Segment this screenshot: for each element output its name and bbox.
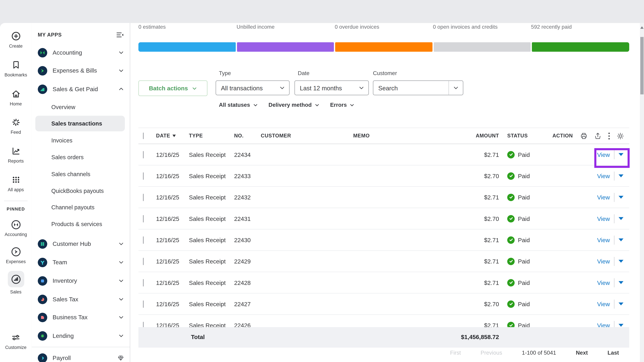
row-checkbox[interactable] bbox=[143, 258, 144, 265]
row-checkbox[interactable] bbox=[143, 151, 144, 158]
vertical-scrollbar[interactable] bbox=[640, 23, 644, 362]
view-dropdown-icon[interactable] bbox=[618, 303, 623, 305]
sidebar-item-payroll[interactable]: Payroll bbox=[32, 349, 130, 362]
table-row[interactable]: 12/16/25 Sales Receipt 22426 $2.71 Paid … bbox=[138, 315, 629, 328]
sidebar-item-accounting[interactable]: Accounting bbox=[32, 43, 130, 62]
export-icon[interactable] bbox=[594, 132, 602, 140]
row-checkbox[interactable] bbox=[143, 279, 144, 286]
pagination-last[interactable]: Last bbox=[608, 350, 619, 356]
row-checkbox[interactable] bbox=[143, 172, 144, 179]
pagination-next[interactable]: Next bbox=[576, 350, 588, 356]
sidebar-subitem-sales-orders[interactable]: Sales orders bbox=[36, 149, 125, 165]
scrollbar-thumb[interactable] bbox=[640, 37, 644, 94]
sidebar-item-sales-tax[interactable]: Sales Tax bbox=[32, 290, 130, 308]
batch-actions-button[interactable]: Batch actions bbox=[138, 80, 207, 96]
pagination-previous[interactable]: Previous bbox=[481, 350, 502, 356]
sidebar-item-lending[interactable]: Lending bbox=[32, 327, 130, 345]
rail-item-home[interactable]: Home bbox=[0, 89, 32, 106]
sidebar-subitem-sales-transactions[interactable]: Sales transactions bbox=[36, 116, 125, 131]
table-row[interactable]: 12/16/25 Sales Receipt 22431 $2.70 Paid … bbox=[138, 208, 629, 229]
all-statuses-filter[interactable]: All statuses bbox=[219, 102, 258, 108]
table-row[interactable]: 12/16/25 Sales Receipt 22434 $2.71 Paid … bbox=[138, 144, 629, 165]
view-link[interactable]: View bbox=[597, 215, 610, 222]
sidebar-subitem-overview[interactable]: Overview bbox=[36, 99, 125, 115]
money-bar-label-recently-paid[interactable]: 592 recently paid bbox=[531, 24, 629, 30]
rail-item-reports[interactable]: Reports bbox=[0, 146, 32, 163]
table-row[interactable]: 12/16/25 Sales Receipt 22432 $2.71 Paid … bbox=[138, 187, 629, 208]
money-bar-segment-estimates[interactable] bbox=[138, 42, 236, 52]
bookmark-icon bbox=[10, 59, 21, 70]
lending-app-icon bbox=[38, 331, 47, 340]
rail-item-pinned-accounting[interactable]: Accounting bbox=[0, 219, 32, 237]
rail-item-customize[interactable]: Customize bbox=[0, 332, 32, 350]
money-bar-label-estimates[interactable]: 0 estimates bbox=[138, 24, 236, 30]
view-link[interactable]: View bbox=[597, 173, 610, 179]
money-bar-label-unbilled-income[interactable]: Unbilled income bbox=[237, 24, 335, 30]
view-dropdown-icon[interactable] bbox=[618, 196, 623, 199]
more-options-kebab-icon[interactable] bbox=[608, 132, 610, 140]
money-bar-label-overdue-invoices[interactable]: 0 overdue invoices bbox=[335, 24, 433, 30]
view-link[interactable]: View bbox=[597, 258, 610, 265]
rail-item-all-apps[interactable]: All apps bbox=[0, 174, 32, 192]
type-filter-select[interactable]: All transactions bbox=[216, 80, 290, 95]
money-bar-segment-overdue[interactable] bbox=[335, 42, 432, 52]
rail-item-create[interactable]: Create bbox=[0, 31, 32, 48]
pagination-first[interactable]: First bbox=[450, 350, 461, 356]
sidebar-item-sales-get-paid[interactable]: Sales & Get Paid bbox=[32, 80, 130, 98]
sidebar-subitem-sales-channels[interactable]: Sales channels bbox=[36, 166, 125, 182]
column-header-type[interactable]: TYPE bbox=[189, 133, 234, 139]
sidebar-subitem-channel-payouts[interactable]: Channel payouts bbox=[36, 199, 125, 215]
delivery-method-filter[interactable]: Delivery method bbox=[268, 102, 320, 108]
money-bar-segment-open[interactable] bbox=[434, 42, 531, 52]
chevron-down-icon[interactable] bbox=[448, 81, 463, 95]
rail-item-bookmarks[interactable]: Bookmarks bbox=[0, 59, 32, 77]
column-header-no[interactable]: NO. bbox=[234, 133, 261, 139]
view-link[interactable]: View bbox=[597, 279, 610, 286]
table-row[interactable]: 12/16/25 Sales Receipt 22430 $2.71 Paid … bbox=[138, 229, 629, 251]
row-checkbox[interactable] bbox=[143, 300, 144, 308]
errors-filter[interactable]: Errors bbox=[330, 102, 355, 108]
view-link[interactable]: View bbox=[597, 237, 610, 243]
view-link[interactable]: View bbox=[597, 194, 610, 200]
money-bar-segment-unbilled[interactable] bbox=[237, 42, 334, 52]
rail-item-pinned-expenses[interactable]: Expenses bbox=[0, 246, 32, 264]
sidebar-item-inventory[interactable]: Inventory bbox=[32, 272, 130, 290]
sidebar-collapse-icon[interactable] bbox=[116, 31, 124, 40]
sidebar-item-team[interactable]: Team bbox=[32, 253, 130, 271]
sidebar-item-expenses-bills[interactable]: Expenses & Bills bbox=[32, 61, 130, 80]
view-link[interactable]: View bbox=[597, 301, 610, 307]
rail-item-feed[interactable]: Feed bbox=[0, 117, 32, 135]
table-row[interactable]: 12/16/25 Sales Receipt 22433 $2.70 Paid … bbox=[138, 165, 629, 187]
table-row[interactable]: 12/16/25 Sales Receipt 22427 $2.70 Paid … bbox=[138, 294, 629, 315]
view-dropdown-icon[interactable] bbox=[618, 239, 623, 241]
view-dropdown-icon[interactable] bbox=[618, 174, 623, 177]
row-checkbox[interactable] bbox=[143, 194, 144, 201]
column-header-memo[interactable]: MEMO bbox=[353, 133, 411, 139]
row-checkbox[interactable] bbox=[143, 236, 144, 244]
view-dropdown-icon[interactable] bbox=[618, 281, 623, 284]
view-dropdown-icon[interactable] bbox=[618, 260, 623, 263]
table-row[interactable]: 12/16/25 Sales Receipt 22428 $2.71 Paid … bbox=[138, 272, 629, 294]
table-settings-gear-icon[interactable] bbox=[616, 132, 624, 140]
money-bar-segment-paid[interactable] bbox=[532, 42, 629, 52]
column-header-amount[interactable]: AMOUNT bbox=[411, 133, 499, 139]
view-dropdown-icon[interactable] bbox=[618, 217, 623, 220]
print-icon[interactable] bbox=[580, 132, 588, 140]
rail-item-pinned-sales[interactable]: Sales bbox=[0, 271, 32, 294]
column-header-customer[interactable]: CUSTOMER bbox=[261, 133, 353, 139]
view-dropdown-icon[interactable] bbox=[618, 324, 623, 327]
sidebar-subitem-quickbooks-payouts[interactable]: QuickBooks payouts bbox=[36, 183, 125, 199]
money-bar-label-open-invoices[interactable]: 0 open invoices and credits bbox=[433, 24, 531, 30]
date-filter-select[interactable]: Last 12 months bbox=[294, 80, 369, 95]
sidebar-item-customer-hub[interactable]: Customer Hub bbox=[32, 235, 130, 253]
customer-search-combobox[interactable]: Search bbox=[373, 80, 464, 95]
select-all-checkbox[interactable] bbox=[143, 133, 144, 139]
column-header-date[interactable]: DATE bbox=[156, 133, 189, 139]
sidebar-subitem-products-services[interactable]: Products & services bbox=[36, 216, 125, 232]
column-header-status[interactable]: STATUS bbox=[499, 133, 546, 139]
table-row[interactable]: 12/16/25 Sales Receipt 22429 $2.71 Paid … bbox=[138, 251, 629, 272]
row-checkbox[interactable] bbox=[143, 215, 144, 222]
scrollbar-up-arrow-icon[interactable] bbox=[640, 26, 644, 29]
sidebar-item-business-tax[interactable]: Business Tax bbox=[32, 308, 130, 326]
sidebar-subitem-invoices[interactable]: Invoices bbox=[36, 133, 125, 148]
